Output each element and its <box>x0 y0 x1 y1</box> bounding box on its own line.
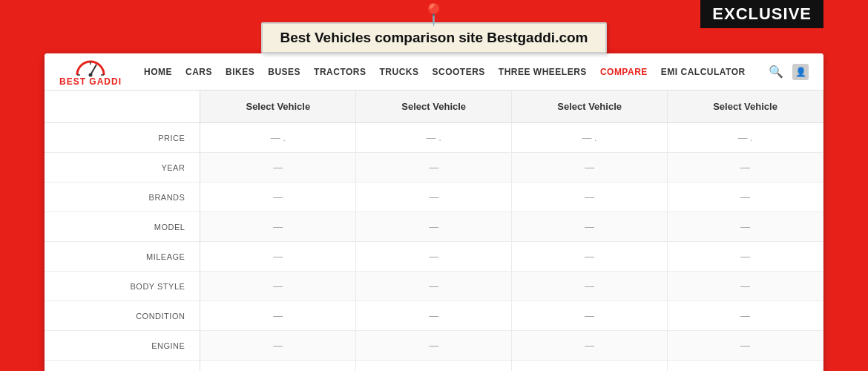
logo-text: BEST GADDI <box>59 76 122 87</box>
row-1-col-0-value: — <box>200 153 356 183</box>
row-3-col-3-value: — <box>668 212 823 242</box>
table-row: CONDITION———— <box>45 301 823 331</box>
row-label-mileage: MILEAGE <box>45 242 200 272</box>
table-row: ENGINE———— <box>45 331 823 361</box>
nav-compare[interactable]: COMPARE <box>600 67 648 77</box>
row-label-engine: ENGINE <box>45 331 200 361</box>
banner-text: Best Vehicles comparison site Bestgaddi.… <box>261 22 608 53</box>
row-3-col-1-value: — <box>356 212 512 242</box>
col-vehicle-1-header[interactable]: Select Vehicle <box>200 91 356 123</box>
row-2-col-2-value: — <box>512 183 668 212</box>
row-2-col-1-value: — <box>356 183 512 212</box>
table-row: TRANSMISSION———— <box>45 361 823 372</box>
row-4-col-1-value: — <box>356 242 512 272</box>
row-6-col-2-value: — <box>512 301 668 331</box>
svg-point-1 <box>89 73 93 76</box>
row-8-col-2-value: — <box>512 361 668 372</box>
col-vehicle-4-header[interactable]: Select Vehicle <box>668 91 823 123</box>
nav-emi-calculator[interactable]: EMI CALCULATOR <box>661 67 746 77</box>
row-8-col-1-value: — <box>356 361 512 372</box>
row-8-col-0-value: — <box>200 361 356 372</box>
row-7-col-3-value: — <box>668 331 823 361</box>
col-vehicle-2-header[interactable]: Select Vehicle <box>356 91 512 123</box>
row-7-col-2-value: — <box>512 331 668 361</box>
nav-bikes[interactable]: BIKES <box>226 67 254 77</box>
row-0-col-0-value: — . <box>200 123 356 153</box>
row-6-col-3-value: — <box>668 301 823 331</box>
row-3-col-2-value: — <box>512 212 668 242</box>
nav-home[interactable]: HOME <box>144 67 172 77</box>
nav-trucks[interactable]: TRUCKS <box>380 67 419 77</box>
main-content: BEST GADDI HOME CARS BIKES BUSES TRACTOR… <box>45 53 823 371</box>
row-8-col-3-value: — <box>668 361 823 372</box>
search-icon[interactable]: 🔍 <box>769 65 783 79</box>
exclusive-triangle-decoration <box>823 0 868 59</box>
row-6-col-1-value: — <box>356 301 512 331</box>
row-label-price: PRICE <box>45 123 200 153</box>
row-4-col-2-value: — <box>512 242 668 272</box>
nav-scooters[interactable]: SCOOTERS <box>433 67 485 77</box>
nav-tractors[interactable]: TRACTORS <box>314 67 366 77</box>
row-3-col-0-value: — <box>200 212 356 242</box>
col-label-header <box>45 91 200 123</box>
location-pin-icon: 📍 <box>421 4 447 25</box>
logo-speedometer-icon <box>74 57 107 78</box>
table-row: BODY STYLE———— <box>45 272 823 301</box>
row-label-condition: CONDITION <box>45 301 200 331</box>
col-vehicle-3-header[interactable]: Select Vehicle <box>512 91 668 123</box>
row-2-col-0-value: — <box>200 183 356 212</box>
banner-pin: 📍 Best Vehicles comparison site Bestgadd… <box>261 4 608 53</box>
table-row: BRANDS———— <box>45 183 823 212</box>
table-row: MILEAGE———— <box>45 242 823 272</box>
row-label-model: MODEL <box>45 212 200 242</box>
row-5-col-3-value: — <box>668 272 823 301</box>
row-1-col-2-value: — <box>512 153 668 183</box>
row-5-col-2-value: — <box>512 272 668 301</box>
row-5-col-0-value: — <box>200 272 356 301</box>
nav-links: HOME CARS BIKES BUSES TRACTORS TRUCKS SC… <box>144 67 769 77</box>
nav-buses[interactable]: BUSES <box>268 67 300 77</box>
row-4-col-3-value: — <box>668 242 823 272</box>
nav-cars[interactable]: CARS <box>185 67 212 77</box>
row-0-col-2-value: — . <box>512 123 668 153</box>
row-5-col-1-value: — <box>356 272 512 301</box>
row-4-col-0-value: — <box>200 242 356 272</box>
top-banner: 📍 Best Vehicles comparison site Bestgadd… <box>0 0 868 53</box>
row-1-col-3-value: — <box>668 153 823 183</box>
table-row: YEAR———— <box>45 153 823 183</box>
row-2-col-3-value: — <box>668 183 823 212</box>
exclusive-badge: EXCLUSIVE <box>700 0 823 28</box>
user-icon[interactable]: 👤 <box>792 64 809 80</box>
row-1-col-1-value: — <box>356 153 512 183</box>
compare-section[interactable]: Select Vehicle Select Vehicle Select Veh… <box>45 91 823 371</box>
logo-area: BEST GADDI <box>59 57 122 87</box>
row-0-col-3-value: — . <box>668 123 823 153</box>
row-label-brands: BRANDS <box>45 183 200 212</box>
row-7-col-1-value: — <box>356 331 512 361</box>
row-0-col-1-value: — . <box>356 123 512 153</box>
table-row: MODEL———— <box>45 212 823 242</box>
row-label-year: YEAR <box>45 153 200 183</box>
row-label-body-style: BODY STYLE <box>45 272 200 301</box>
table-row: PRICE— .— .— .— . <box>45 123 823 153</box>
row-7-col-0-value: — <box>200 331 356 361</box>
nav-right: 🔍 👤 <box>769 64 809 80</box>
nav-three-wheelers[interactable]: THREE WHEELERS <box>499 67 587 77</box>
row-6-col-0-value: — <box>200 301 356 331</box>
navbar: BEST GADDI HOME CARS BIKES BUSES TRACTOR… <box>45 53 823 91</box>
compare-table: Select Vehicle Select Vehicle Select Veh… <box>45 91 823 371</box>
row-label-transmission: TRANSMISSION <box>45 361 200 372</box>
